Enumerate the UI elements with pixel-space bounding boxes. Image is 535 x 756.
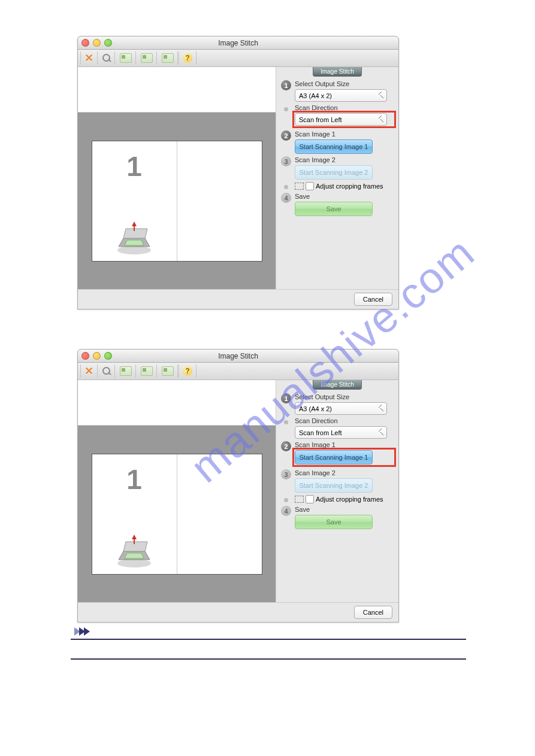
toolbar: ✕ ? bbox=[78, 50, 398, 67]
zoom-icon[interactable] bbox=[104, 352, 112, 360]
save-button[interactable]: Save bbox=[295, 515, 373, 529]
adjust-crop-checkbox[interactable] bbox=[306, 495, 314, 503]
help-icon: ? bbox=[183, 53, 192, 63]
image-icon bbox=[120, 366, 132, 376]
svg-point-5 bbox=[117, 559, 151, 567]
step-dot bbox=[284, 498, 288, 502]
button-label: Cancel bbox=[363, 609, 383, 616]
step-number-3: 3 bbox=[281, 469, 291, 479]
window-image-stitch-2: Image Stitch ✕ ? 1 bbox=[77, 349, 399, 623]
separator-line bbox=[71, 639, 466, 640]
step-label: Select Output Size bbox=[295, 393, 394, 400]
flip-button[interactable] bbox=[158, 365, 178, 378]
rotate-right-button[interactable] bbox=[137, 365, 157, 378]
help-button[interactable]: ? bbox=[179, 365, 197, 378]
step-label: Scan Image 2 bbox=[295, 156, 394, 163]
zoom-icon[interactable] bbox=[104, 39, 112, 47]
step-number-2: 2 bbox=[281, 130, 291, 141]
scanner-icon bbox=[92, 533, 177, 570]
step-label: Save bbox=[295, 506, 394, 513]
highlight-box: Start Scanning Image 1 bbox=[292, 448, 396, 467]
x-icon: ✕ bbox=[84, 365, 93, 378]
crop-icon bbox=[295, 496, 304, 503]
step-label: Scan Direction bbox=[295, 417, 394, 424]
step-number-2: 2 bbox=[281, 441, 291, 451]
select-value: Scan from Left bbox=[299, 116, 342, 123]
cancel-button[interactable]: Cancel bbox=[354, 293, 392, 306]
preview-panel: 1 bbox=[78, 380, 276, 602]
step-number-1: 1 bbox=[281, 80, 291, 90]
scan-direction-select[interactable]: Scan from Left bbox=[295, 113, 387, 126]
footer: Cancel bbox=[78, 289, 398, 309]
select-value: Scan from Left bbox=[299, 429, 342, 436]
crop-icon bbox=[295, 183, 304, 190]
adjust-crop-checkbox[interactable] bbox=[306, 182, 314, 190]
button-label: Start Scanning Image 1 bbox=[300, 143, 368, 150]
rotate-right-button[interactable] bbox=[137, 51, 157, 65]
save-button[interactable]: Save bbox=[295, 202, 373, 216]
help-button[interactable]: ? bbox=[179, 51, 197, 65]
page-number: 1 bbox=[92, 150, 177, 183]
image-icon bbox=[162, 53, 174, 63]
select-value: A3 (A4 x 2) bbox=[299, 405, 332, 412]
rotate-left-button[interactable] bbox=[116, 365, 136, 378]
x-icon: ✕ bbox=[84, 51, 93, 65]
titlebar: Image Stitch bbox=[78, 350, 398, 363]
output-size-select[interactable]: A3 (A4 x 2) bbox=[295, 402, 387, 415]
svg-marker-2 bbox=[123, 229, 147, 238]
start-scan-1-button[interactable]: Start Scanning Image 1 bbox=[295, 450, 373, 464]
cancel-button[interactable]: Cancel bbox=[354, 606, 392, 619]
start-scan-2-button: Start Scanning Image 2 bbox=[295, 165, 373, 180]
footer: Cancel bbox=[78, 602, 398, 622]
scan-direction-select[interactable]: Scan from Left bbox=[295, 426, 387, 439]
image-icon bbox=[162, 366, 174, 376]
close-button[interactable]: ✕ bbox=[80, 365, 98, 378]
thumbnail-strip bbox=[78, 380, 276, 426]
button-label: Cancel bbox=[363, 296, 383, 303]
zoom-tool-button[interactable] bbox=[98, 365, 115, 378]
start-scan-1-button[interactable]: Start Scanning Image 1 bbox=[295, 139, 373, 154]
toolbar: ✕ ? bbox=[78, 363, 398, 380]
step-label: Scan Image 2 bbox=[295, 469, 394, 476]
button-label: Start Scanning Image 2 bbox=[300, 169, 368, 176]
rotate-left-button[interactable] bbox=[116, 51, 136, 65]
minimize-icon[interactable] bbox=[93, 352, 101, 360]
button-label: Start Scanning Image 1 bbox=[300, 454, 368, 461]
side-panel: Image Stitch 1 Select Output Size A3 (A4… bbox=[276, 67, 398, 289]
flip-button[interactable] bbox=[158, 51, 178, 65]
zoom-tool-button[interactable] bbox=[98, 51, 115, 65]
select-value: A3 (A4 x 2) bbox=[299, 92, 332, 99]
minimize-icon[interactable] bbox=[93, 39, 101, 47]
step-number-1: 1 bbox=[281, 393, 291, 403]
preview-panel: 1 bbox=[78, 67, 276, 289]
page-preview: 1 bbox=[92, 454, 262, 575]
step-number-3: 3 bbox=[281, 156, 291, 166]
svg-marker-8 bbox=[125, 553, 144, 558]
close-icon[interactable] bbox=[81, 39, 89, 47]
side-panel: Image Stitch 1 Select Output Size A3 (A4… bbox=[276, 380, 398, 602]
svg-point-0 bbox=[117, 246, 151, 254]
image-icon bbox=[141, 366, 153, 376]
step-number-4: 4 bbox=[281, 193, 291, 203]
image-icon bbox=[141, 53, 153, 63]
highlight-box: Scan from Left bbox=[292, 111, 396, 128]
output-size-select[interactable]: A3 (A4 x 2) bbox=[295, 89, 387, 102]
scanner-icon bbox=[92, 220, 177, 257]
page-number: 1 bbox=[92, 463, 177, 496]
step-dot bbox=[284, 107, 288, 111]
panel-title: Image Stitch bbox=[313, 380, 362, 390]
close-button[interactable]: ✕ bbox=[80, 51, 98, 65]
magnifier-icon bbox=[102, 367, 111, 375]
step-number-4: 4 bbox=[281, 506, 291, 516]
window-title: Image Stitch bbox=[218, 352, 258, 360]
step-label: Scan Image 1 bbox=[295, 130, 394, 138]
step-dot bbox=[284, 420, 288, 424]
thumbnail-strip bbox=[78, 67, 276, 113]
close-icon[interactable] bbox=[81, 352, 89, 360]
button-label: Start Scanning Image 2 bbox=[300, 482, 368, 489]
separator-line bbox=[71, 658, 466, 660]
step-label: Select Output Size bbox=[295, 80, 394, 87]
magnifier-icon bbox=[102, 54, 111, 62]
start-scan-2-button: Start Scanning Image 2 bbox=[295, 478, 373, 493]
step-dot bbox=[284, 185, 288, 189]
